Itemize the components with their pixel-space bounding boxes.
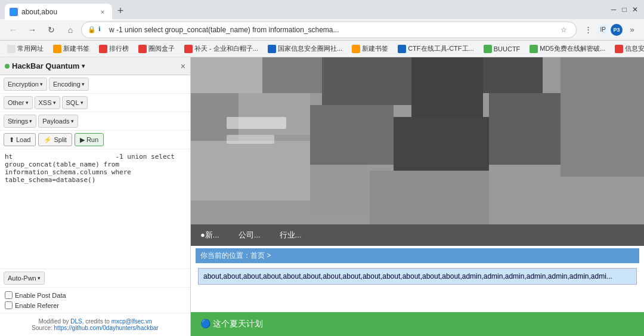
encryption-label: Encryption [8,81,39,88]
bookmark-icon [530,45,538,53]
address-bar[interactable]: 🔒 ℹ w -1 union select group_concat(table… [81,21,577,38]
main-area: HackBar Quantum ▾ × Encryption ▾ Encodin… [0,57,644,336]
close-window-button[interactable]: ✕ [631,5,639,14]
hackbar-checkboxes: Enable Post Data Enable Referer [0,288,190,313]
minimize-button[interactable]: ─ [609,5,618,14]
address-actions: ☆ [558,24,570,36]
bookmark-icon [99,45,107,53]
bookmark-ctf[interactable]: CTF在线工具-CTF工... [395,43,476,54]
hackbar-title-text: HackBar Quantum [12,61,79,70]
nav-company-label: 公司... [239,230,261,241]
bookmark-guojia[interactable]: 国家信息安全圈网社... [265,43,345,54]
bookmark-butian[interactable]: 补天 - 企业和白帽子... [182,43,261,54]
strings-menu[interactable]: Strings ▾ [4,115,36,128]
bookmark-star-button[interactable]: ☆ [558,24,570,36]
xss-arrow: ▾ [53,100,56,106]
browser-content: ●新... 公司... 行业... 你当前的位置：首页 > about,abou… [191,57,644,336]
home-button[interactable]: ⌂ [62,21,79,38]
run-button[interactable]: ▶ Run [75,133,104,146]
other-menu[interactable]: Other ▾ [4,96,33,109]
svg-rect-15 [227,117,286,129]
svg-rect-1 [191,57,262,93]
run-icon: ▶ [80,136,85,144]
nav-industry-item[interactable]: 行业... [270,224,311,246]
hackbar-status-dot [5,64,10,69]
bookmark-icon [398,45,406,53]
browser-tab[interactable]: 🌐 about,abou × [5,4,112,20]
extensions-button[interactable]: ⋮ [581,23,596,37]
bookmark-md5[interactable]: MD5免费在线解密破... [527,43,607,54]
bookmark-buuctf[interactable]: BUUCTF [481,44,523,54]
back-button[interactable]: ← [5,21,21,38]
payloads-menu[interactable]: Payloads ▾ [38,115,78,128]
xss-menu[interactable]: XSS ▾ [35,96,60,109]
menu-button[interactable]: » [625,23,639,37]
forward-button[interactable]: → [24,21,41,38]
breadcrumb-text: 你当前的位置：首页 > [200,251,271,260]
nav-new-item[interactable]: ●新... [191,224,229,246]
payloads-label: Payloads [42,118,69,125]
credits-mxcp-link[interactable]: mxcp@lfsec.vn [112,318,152,325]
bookmark-icon [352,45,360,53]
split-button[interactable]: ⚡ Split [38,133,72,146]
nav-company-item[interactable]: 公司... [229,224,270,246]
bookmark-label: 新建书签 [362,44,388,53]
tab-close-button[interactable]: × [98,7,107,17]
bookmark-icon [615,45,623,53]
bookmark-xinxi[interactable]: 信息安全导航知识站 [612,43,644,54]
credits-source-link[interactable]: https://github.com/0dayhunters/hackbar [54,325,159,331]
hackbar-toolbar-row2: Other ▾ XSS ▾ SQL ▾ [0,94,190,112]
bookmark-label: CTF在线工具-CTF工... [408,44,474,53]
hero-image [191,57,644,224]
svg-rect-3 [322,57,411,105]
bookmark-xinjian1[interactable]: 新建书签 [51,43,92,54]
enable-post-checkbox[interactable] [5,291,13,299]
green-banner: 🔵 这个夏天计划 [191,312,644,336]
bookmark-changyong[interactable]: 常用网址 [5,43,46,54]
bookmark-icon [53,45,61,53]
encryption-menu[interactable]: Encryption ▾ [4,78,47,91]
svg-rect-4 [411,57,483,117]
encoding-arrow: ▾ [82,81,85,87]
hackbar-textarea[interactable]: ht -1 union select group_concat(table_na… [0,149,190,269]
svg-rect-12 [191,141,310,201]
tab-title: about,abou [21,8,57,16]
bookmarks-bar: 常用网址 新建书签 排行榜 圈阅盒子 补天 - 企业和白帽子... 国家信息安全… [0,41,644,57]
content-section: 你当前的位置：首页 > about,about,about,about,abou… [191,246,644,289]
svg-rect-13 [310,165,370,212]
bookmark-icon [7,45,16,53]
svg-rect-5 [483,57,543,93]
svg-rect-9 [394,117,489,171]
nav-new-label: ●新... [200,230,219,241]
hackbar-header: HackBar Quantum ▾ × [0,57,190,75]
encoding-menu[interactable]: Encoding ▾ [49,78,89,91]
bookmark-xinjian2[interactable]: 新建书签 [349,43,391,54]
reload-button[interactable]: ↻ [43,21,60,38]
svg-rect-10 [489,93,561,165]
security-icon: 🔒 [88,26,96,34]
sql-label: SQL [66,99,79,106]
bookmark-quanyue[interactable]: 圈阅盒子 [136,43,177,54]
encryption-arrow: ▾ [40,81,43,87]
sql-menu[interactable]: SQL ▾ [62,96,88,109]
load-icon: ⬆ [9,136,14,144]
hackbar-close-button[interactable]: × [181,61,185,71]
split-icon: ⚡ [44,136,52,144]
hackbar-toolbar-row3: Strings ▾ Payloads ▾ [0,112,190,131]
auto-pwn-menu[interactable]: Auto-Pwn ▾ [4,272,45,285]
enable-referer-checkbox[interactable] [5,301,13,309]
maximize-button[interactable]: □ [620,5,628,14]
profile-avatar[interactable]: P3 [611,24,623,36]
credits-dls-link[interactable]: DLS [70,318,82,325]
svg-rect-11 [561,57,644,177]
svg-rect-16 [227,135,274,144]
credits-line2: Source: https://github.com/0dayhunters/h… [5,325,185,331]
hackbar-toolbar-row1: Encryption ▾ Encoding ▾ [0,75,190,94]
new-tab-button[interactable]: + [112,2,129,19]
auto-pwn-label: Auto-Pwn [8,275,36,282]
strings-label: Strings [8,118,28,125]
profile-label: IP [598,25,608,34]
bookmark-label: MD5免费在线解密破... [540,44,605,53]
load-button[interactable]: ⬆ Load [4,133,36,146]
bookmark-paihang[interactable]: 排行榜 [97,43,131,54]
